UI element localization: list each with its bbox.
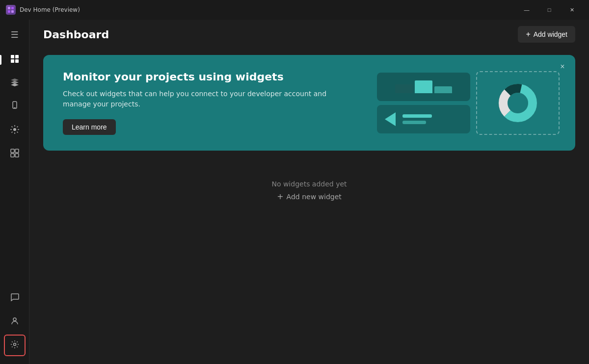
settings-icon [10,339,20,351]
dashboard-icon [10,54,20,66]
svg-point-16 [13,343,16,346]
svg-rect-5 [15,55,19,58]
donut-chart-svg [496,81,540,125]
sidebar-top [4,49,26,287]
app-title: Dev Home (Preview) [20,6,80,13]
app-icon [6,5,16,15]
main-content: Monitor your projects using widgets Chec… [29,49,589,364]
device-icon [10,101,20,113]
svg-rect-7 [15,59,19,63]
title-bar-left: Dev Home (Preview) [6,5,80,15]
add-new-widget-button[interactable]: + Add new widget [277,192,342,201]
svg-rect-14 [15,154,19,157]
sidebar-item-extensions[interactable] [4,120,26,141]
widget-preview-bars [377,73,470,101]
maximize-button[interactable]: □ [538,2,561,18]
minimize-button[interactable]: — [515,2,538,18]
sidebar-item-account[interactable] [4,311,26,333]
learn-more-button[interactable]: Learn more [63,119,116,135]
sidebar-item-feedback[interactable] [4,287,26,309]
svg-point-21 [509,94,527,112]
hamburger-icon: ☰ [10,29,18,40]
content-area: Dashboard + Add widget Monitor your proj… [29,20,589,364]
line-1 [402,114,432,118]
svg-rect-9 [14,107,16,108]
add-widget-button[interactable]: + Add widget [518,26,575,43]
sidebar-item-dashboard[interactable] [4,49,26,71]
title-bar: Dev Home (Preview) — □ ✕ [0,0,589,20]
banner-description: Check out widgets that can help you conn… [63,89,328,109]
widget-preview-arrow [377,105,470,133]
page-title: Dashboard [43,28,109,41]
widget-preview-donut [476,71,560,135]
sidebar-item-layers[interactable] [4,73,26,94]
sidebar-item-tools[interactable] [4,143,26,165]
title-bar-controls: — □ ✕ [515,2,583,18]
sidebar-bottom [4,287,26,356]
arrow-icon [385,112,396,126]
line-2 [402,121,426,124]
extensions-icon [10,125,20,136]
svg-rect-4 [11,55,14,58]
menu-button[interactable]: ☰ [4,24,26,45]
app-body: ☰ [0,20,589,364]
svg-rect-11 [11,149,14,153]
bar-2 [415,80,432,93]
svg-rect-1 [11,7,14,9]
empty-state: No widgets added yet + Add new widget [43,151,575,231]
svg-rect-12 [15,149,19,153]
feedback-icon [10,292,20,304]
close-button[interactable]: ✕ [561,2,583,18]
lines-group [402,114,432,124]
banner-illustration [377,71,560,135]
bar-1 [395,84,413,93]
header: Dashboard + Add widget [29,20,589,49]
banner: Monitor your projects using widgets Chec… [43,55,575,151]
svg-rect-8 [13,102,17,108]
banner-text: Monitor your projects using widgets Chec… [63,71,328,135]
bar-3 [434,86,452,93]
svg-point-15 [13,318,16,321]
svg-point-10 [13,128,16,131]
sidebar-item-settings[interactable] [4,335,26,356]
bar-chart-mini [395,80,452,93]
svg-rect-0 [8,7,10,9]
account-icon [10,316,20,328]
no-widgets-text: No widgets added yet [271,180,347,188]
banner-title: Monitor your projects using widgets [63,71,328,83]
layers-icon [10,78,20,89]
widget-preview-group [377,73,470,133]
svg-rect-2 [8,10,10,13]
tools-icon [10,148,20,160]
svg-rect-13 [11,154,14,157]
plus-icon: + [526,30,530,39]
svg-rect-3 [11,10,14,13]
sidebar: ☰ [0,20,29,364]
svg-rect-6 [11,59,14,63]
plus-icon-empty: + [277,192,283,201]
sidebar-item-device[interactable] [4,96,26,118]
